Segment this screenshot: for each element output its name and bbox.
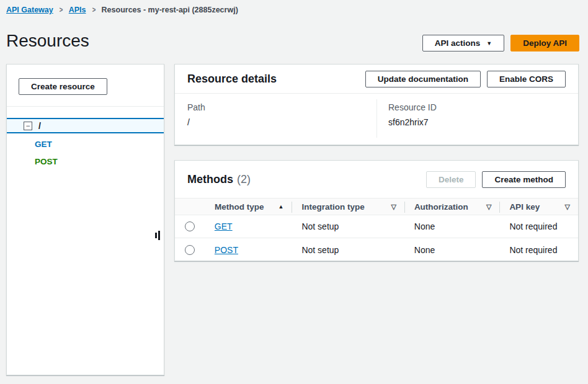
filter-icon[interactable]: ▽	[391, 203, 396, 211]
table-row: POST Not setup None Not required	[175, 238, 578, 261]
column-label: Method type	[215, 202, 264, 212]
api-key-value: Not required	[499, 245, 578, 255]
method-link-get[interactable]: GET	[215, 221, 233, 231]
resource-id-label: Resource ID	[388, 102, 437, 112]
integration-type-value: Not setup	[292, 245, 404, 255]
resource-details-body: Path / Resource ID sf6n2hrix7	[175, 94, 578, 145]
resize-grip-icon	[158, 231, 160, 240]
resource-id-field: Resource ID sf6n2hrix7	[388, 102, 437, 127]
sort-ascending-icon[interactable]: ▲	[278, 203, 284, 210]
column-header-authorization[interactable]: Authorization ▽	[404, 199, 500, 215]
column-header-method-type[interactable]: Method type ▲	[205, 199, 292, 215]
authorization-value: None	[404, 245, 500, 255]
page-header-actions: API actions ▼ Deploy API	[422, 35, 579, 51]
tree-item-get[interactable]: GET	[35, 140, 52, 149]
row-radio-get[interactable]	[185, 221, 195, 231]
selection-column-header	[175, 199, 205, 215]
methods-actions: Delete Create method	[426, 171, 566, 188]
page-title: Resources	[6, 31, 89, 51]
panel-resize-handle[interactable]	[155, 231, 160, 240]
path-field: Path /	[187, 102, 205, 127]
chevron-right-icon: >	[92, 6, 96, 14]
path-label: Path	[187, 102, 205, 112]
resize-grip-icon	[155, 233, 157, 238]
breadcrumb-current: Resources - my-rest-api (2885zecrwj)	[102, 6, 238, 14]
column-divider	[376, 99, 377, 138]
resource-id-value: sf6n2hrix7	[388, 117, 437, 127]
methods-panel: Methods(2) Delete Create method Method t…	[174, 160, 579, 261]
collapse-icon[interactable]: −	[24, 122, 32, 130]
methods-header: Methods(2) Delete Create method	[175, 161, 578, 198]
api-key-value: Not required	[499, 221, 578, 231]
chevron-right-icon: >	[59, 6, 63, 14]
api-actions-button[interactable]: API actions ▼	[422, 35, 504, 51]
methods-count: (2)	[237, 173, 251, 185]
column-label: API key	[509, 202, 540, 212]
update-documentation-button[interactable]: Update documentation	[365, 71, 481, 87]
tree-item-post[interactable]: POST	[35, 157, 58, 166]
breadcrumb-link-apis[interactable]: APIs	[69, 6, 86, 14]
column-label: Authorization	[414, 202, 468, 212]
chevron-down-icon: ▼	[486, 40, 492, 47]
methods-title: Methods	[187, 173, 233, 185]
table-row: GET Not setup None Not required	[175, 215, 578, 238]
resource-details-title: Resource details	[187, 73, 277, 86]
api-actions-label: API actions	[435, 38, 481, 48]
filter-icon[interactable]: ▽	[486, 203, 491, 211]
column-label: Integration type	[301, 202, 364, 212]
methods-table-header: Method type ▲ Integration type ▽ Authori…	[175, 198, 578, 215]
column-header-integration-type[interactable]: Integration type ▽	[292, 199, 404, 215]
enable-cors-button[interactable]: Enable CORS	[487, 71, 566, 87]
column-header-api-key[interactable]: API key ▽	[499, 199, 578, 215]
integration-type-value: Not setup	[292, 221, 404, 231]
tree-item-root[interactable]: − /	[7, 118, 164, 133]
resource-details-header: Resource details Update documentation En…	[175, 65, 578, 94]
sidebar-divider	[7, 106, 164, 107]
resource-tree-panel: Create resource − / GET POST	[6, 64, 164, 375]
path-value: /	[187, 117, 205, 127]
row-radio-post[interactable]	[185, 245, 195, 255]
breadcrumb-link-api-gateway[interactable]: API Gateway	[6, 6, 53, 14]
tree-root-label: /	[38, 121, 41, 131]
filter-icon[interactable]: ▽	[565, 203, 570, 211]
method-link-post[interactable]: POST	[215, 245, 238, 255]
create-resource-button[interactable]: Create resource	[19, 78, 107, 95]
create-method-button[interactable]: Create method	[482, 171, 566, 188]
delete-button[interactable]: Delete	[426, 171, 476, 188]
resource-details-actions: Update documentation Enable CORS	[365, 71, 566, 87]
deploy-api-button[interactable]: Deploy API	[510, 35, 579, 51]
breadcrumb: API Gateway > APIs > Resources - my-rest…	[6, 6, 238, 14]
resource-details-panel: Resource details Update documentation En…	[174, 64, 579, 145]
authorization-value: None	[404, 221, 500, 231]
